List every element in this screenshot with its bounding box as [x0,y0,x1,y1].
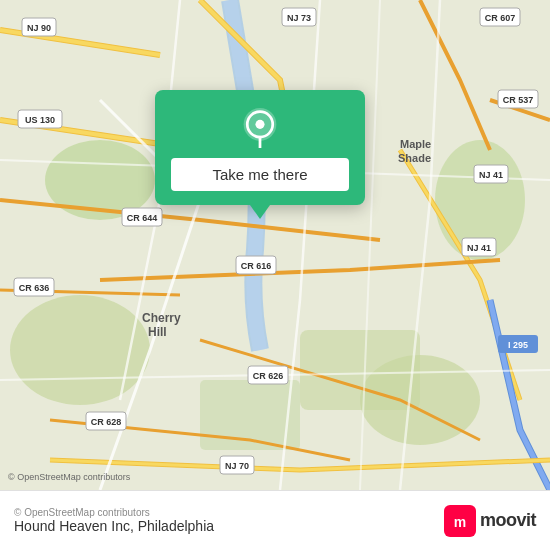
location-name: Hound Heaven Inc, Philadelphia [14,518,214,534]
svg-text:NJ 41: NJ 41 [467,243,491,253]
map-attribution: © OpenStreetMap contributors [14,507,214,518]
svg-text:Cherry: Cherry [142,311,181,325]
svg-text:m: m [454,514,466,530]
svg-text:CR 626: CR 626 [253,371,284,381]
location-pin-icon [240,108,280,148]
svg-text:NJ 70: NJ 70 [225,461,249,471]
svg-text:CR 636: CR 636 [19,283,50,293]
svg-text:CR 644: CR 644 [127,213,158,223]
moovit-brand-icon: m [444,505,476,537]
svg-text:NJ 73: NJ 73 [287,13,311,23]
bottom-left-section: © OpenStreetMap contributors Hound Heave… [14,507,214,534]
svg-text:Hill: Hill [148,325,167,339]
map-background: NJ 90 CR 607 US 130 NJ 73 CR 537 CR 644 … [0,0,550,490]
moovit-logo: m moovit [444,505,536,537]
svg-text:CR 628: CR 628 [91,417,122,427]
svg-text:Maple: Maple [400,138,431,150]
map-container: NJ 90 CR 607 US 130 NJ 73 CR 537 CR 644 … [0,0,550,490]
svg-text:CR 607: CR 607 [485,13,516,23]
moovit-brand-name: moovit [480,510,536,531]
bottom-bar: © OpenStreetMap contributors Hound Heave… [0,490,550,550]
svg-text:I 295: I 295 [508,340,528,350]
svg-rect-3 [300,330,420,410]
popup-card: Take me there [155,90,365,205]
svg-point-42 [255,120,264,129]
svg-text:NJ 90: NJ 90 [27,23,51,33]
take-me-there-button[interactable]: Take me there [171,158,349,191]
svg-text:Shade: Shade [398,152,431,164]
svg-text:CR 616: CR 616 [241,261,272,271]
svg-text:© OpenStreetMap contributors: © OpenStreetMap contributors [8,472,131,482]
svg-text:US 130: US 130 [25,115,55,125]
svg-text:NJ 41: NJ 41 [479,170,503,180]
svg-text:CR 537: CR 537 [503,95,534,105]
